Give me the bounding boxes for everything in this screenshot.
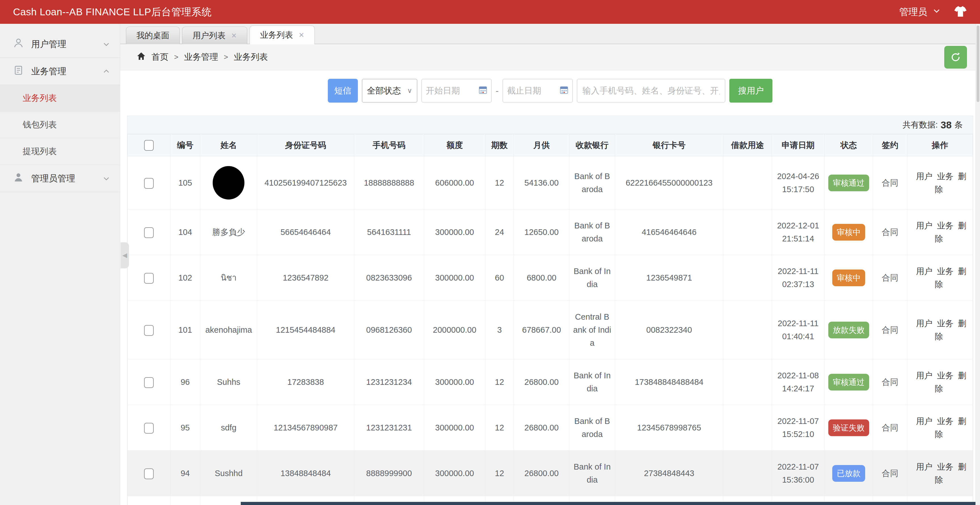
cell-amount: 606000.00	[424, 156, 485, 210]
start-date-placeholder: 开始日期	[426, 85, 460, 97]
user-search-input[interactable]	[577, 79, 725, 103]
contract-link[interactable]: 合同	[873, 301, 907, 359]
select-all-checkbox[interactable]	[144, 140, 154, 151]
column-header: 申请日期	[772, 134, 825, 156]
cell-id-card: 12134567890987	[257, 405, 354, 451]
contract-link[interactable]: 合同	[873, 405, 907, 451]
cell-name	[200, 156, 257, 210]
breadcrumb-home[interactable]: 首页	[151, 51, 169, 63]
business-table: 编号姓名身份证号码手机号码额度期数月供收款银行银行卡号借款用途申请日期状态签约操…	[127, 134, 973, 505]
total-count: 38	[940, 119, 951, 131]
contract-link[interactable]: 合同	[873, 451, 907, 496]
tab-user-list[interactable]: 用户列表 ✕	[182, 27, 247, 44]
admin-user-label: 管理员	[899, 6, 927, 18]
sidebar-item-business-list[interactable]: 业务列表	[0, 85, 120, 112]
row-checkbox[interactable]	[144, 423, 154, 434]
row-action-user[interactable]: 用户	[916, 221, 932, 230]
cell-status: 审核通过	[825, 359, 873, 405]
row-checkbox[interactable]	[144, 178, 154, 189]
admin-user-menu[interactable]: 管理员	[899, 6, 941, 18]
sidebar-item-business-management[interactable]: 业务管理	[0, 58, 120, 85]
row-action-business[interactable]: 业务	[937, 172, 953, 181]
tab-business-list[interactable]: 业务列表 ✕	[250, 25, 315, 44]
row-checkbox[interactable]	[144, 377, 154, 388]
tab-my-desktop[interactable]: 我的桌面	[126, 27, 180, 44]
table-row: 105 410256199407125623 18888888888 60600…	[127, 156, 973, 210]
cell-monthly-payment: 26800.00	[514, 405, 570, 451]
cell-id-card: 1236547892	[257, 255, 354, 301]
cell-actions: 用户业务删除	[907, 301, 973, 359]
page-scrollbar[interactable]	[975, 24, 980, 505]
contract-link[interactable]: 合同	[873, 359, 907, 405]
column-header: 期数	[485, 134, 514, 156]
status-filter-value: 全部状态	[367, 85, 401, 97]
sidebar-item-withdraw-list[interactable]: 提现列表	[0, 138, 120, 165]
row-action-user[interactable]: 用户	[916, 416, 932, 426]
row-action-user[interactable]: 用户	[916, 371, 932, 380]
cell-apply-date: 2022-11-11 02:37:13	[772, 255, 825, 301]
calendar-icon[interactable]	[479, 86, 487, 96]
scrollbar-thumb[interactable]	[977, 25, 980, 102]
row-action-business[interactable]: 业务	[937, 319, 953, 328]
sidebar-item-admin-management[interactable]: 管理员管理	[0, 165, 120, 192]
status-badge: 已放款	[832, 465, 865, 482]
row-checkbox[interactable]	[144, 468, 154, 479]
status-filter-select[interactable]: 全部状态 ∨	[362, 79, 417, 103]
horizontal-scrollbar[interactable]	[241, 502, 980, 505]
cell-bank-card: 27384848443	[615, 451, 723, 496]
sidebar-item-label: 用户管理	[31, 38, 66, 50]
theme-tshirt-icon[interactable]	[954, 5, 967, 19]
row-action-user[interactable]: 用户	[916, 172, 932, 181]
business-table-container: 共有数据: 38 条 编号姓名身份证号码手机号码额度期数月供收款银行银行卡号借款…	[127, 116, 973, 505]
cell-status: 审核中	[825, 210, 873, 255]
cell-bank: Bank of Baroda	[570, 156, 615, 210]
row-action-user[interactable]: 用户	[916, 267, 932, 276]
contract-link[interactable]: 合同	[873, 210, 907, 255]
cell-phone: 0823633096	[354, 255, 424, 301]
contract-link[interactable]: 合同	[873, 255, 907, 301]
cell-status: 放款失败	[825, 301, 873, 359]
contract-link[interactable]: 合同	[873, 156, 907, 210]
refresh-button[interactable]	[944, 46, 967, 68]
chevron-down-icon: ∨	[407, 87, 412, 95]
row-action-business[interactable]: 业务	[937, 267, 953, 276]
sidebar-collapse-handle[interactable]: ◀	[121, 242, 129, 268]
search-user-button[interactable]: 搜用户	[729, 79, 772, 103]
checkbox-cell	[127, 405, 170, 451]
row-checkbox[interactable]	[144, 325, 154, 336]
row-checkbox[interactable]	[144, 227, 154, 238]
checkbox-cell	[127, 451, 170, 496]
sidebar-subitem-label: 业务列表	[23, 92, 57, 104]
row-action-user[interactable]: 用户	[916, 462, 932, 471]
cell-loan-purpose	[723, 301, 772, 359]
tab-label: 我的桌面	[137, 30, 169, 41]
cell-loan-purpose	[723, 156, 772, 210]
calendar-icon[interactable]	[560, 86, 568, 96]
start-date-input[interactable]: 开始日期	[422, 79, 492, 103]
row-action-business[interactable]: 业务	[937, 371, 953, 380]
status-badge: 审核中	[832, 224, 865, 241]
sidebar-item-user-management[interactable]: 用户管理	[0, 30, 120, 58]
column-header: 身份证号码	[257, 134, 354, 156]
row-action-business[interactable]: 业务	[937, 462, 953, 471]
cell-apply-date: 2022-11-11 01:40:41	[772, 301, 825, 359]
breadcrumb-business-management[interactable]: 业务管理	[184, 51, 218, 63]
column-header: 手机号码	[354, 134, 424, 156]
row-action-user[interactable]: 用户	[916, 319, 932, 328]
sidebar-item-wallet-list[interactable]: 钱包列表	[0, 112, 120, 138]
tab-label: 用户列表	[192, 30, 226, 41]
home-icon	[137, 52, 146, 63]
cell-amount: 300000.00	[424, 255, 485, 301]
row-action-business[interactable]: 业务	[937, 221, 953, 230]
row-action-business[interactable]: 业务	[937, 416, 953, 426]
checkbox-cell	[127, 359, 170, 405]
column-header: 银行卡号	[615, 134, 723, 156]
cell-monthly-payment: 54136.00	[514, 156, 570, 210]
sms-button[interactable]: 短信	[328, 79, 358, 103]
end-date-input[interactable]: 截止日期	[503, 79, 573, 103]
cell-phone: 5641631111	[354, 210, 424, 255]
row-checkbox[interactable]	[144, 273, 154, 284]
cell-phone: 0968126360	[354, 301, 424, 359]
close-icon[interactable]: ✕	[231, 32, 237, 39]
close-icon[interactable]: ✕	[299, 32, 304, 38]
